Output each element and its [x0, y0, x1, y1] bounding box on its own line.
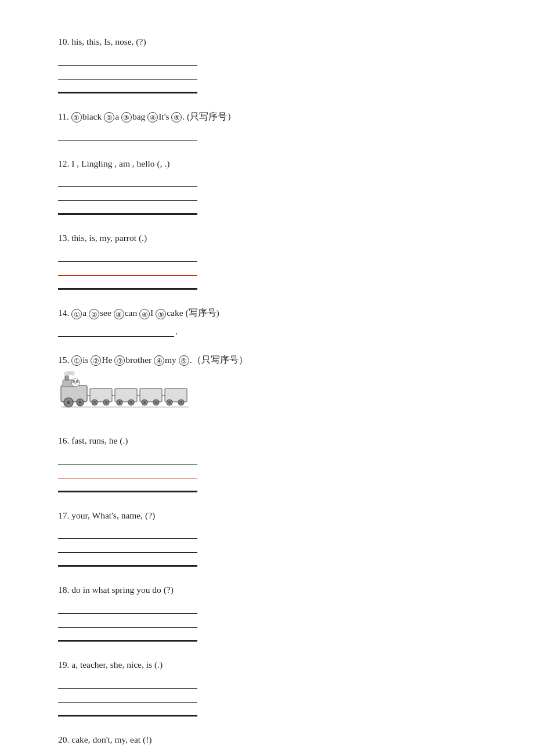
svg-point-9	[79, 401, 82, 404]
q14-circle5: ⑤	[156, 309, 166, 319]
q16-line1	[58, 452, 197, 465]
q18-line1	[58, 601, 197, 614]
q11-circle4: ④	[147, 112, 158, 123]
q12-prompt: I , Lingling , am , hello (, .)	[71, 159, 169, 168]
train-illustration	[58, 371, 203, 417]
svg-point-22	[143, 401, 146, 404]
q14-linewrap: .	[58, 324, 476, 337]
q14-period: .	[175, 326, 178, 337]
svg-point-29	[180, 401, 182, 404]
q19-lines	[58, 676, 476, 717]
q10-prompt: his, this, Is, nose, (?)	[71, 37, 146, 46]
q19-prompt: a, teacher, she, nice, is (.)	[71, 660, 163, 669]
q16-label: 16. fast, runs, he (.)	[58, 434, 476, 448]
q19-number: 19.	[58, 660, 69, 669]
q14-label: 14. ①a ②see ③can ④I ⑤cake (写序号)	[58, 306, 476, 321]
q14-circle3: ③	[114, 309, 124, 319]
q15-circle1: ①	[71, 355, 82, 366]
q17-line1	[58, 526, 197, 539]
svg-point-19	[130, 401, 132, 404]
q20-label: 20. cake, don't, my, eat (!)	[58, 733, 476, 747]
q13-line3	[58, 277, 197, 290]
svg-point-14	[105, 401, 107, 404]
svg-point-17	[118, 401, 121, 404]
q11-lines	[58, 128, 476, 141]
q15-circle3: ③	[114, 355, 125, 366]
q12-line3	[58, 202, 197, 215]
svg-point-36	[73, 380, 75, 383]
q19-line1	[58, 676, 197, 689]
q19-line2	[58, 690, 197, 703]
q18-line3	[58, 629, 197, 642]
q13-line1	[58, 249, 197, 262]
q16-line3	[58, 480, 197, 492]
q13-label: 13. this, is, my, parrot (.)	[58, 231, 476, 246]
q16-prompt: fast, runs, he (.)	[71, 435, 128, 445]
q11-line1	[58, 128, 197, 141]
q14-circle4: ④	[139, 309, 150, 319]
svg-point-37	[76, 380, 79, 383]
q12-line2	[58, 188, 197, 201]
svg-point-27	[168, 401, 171, 404]
q18-line2	[58, 615, 197, 628]
q17-line2	[58, 540, 197, 553]
q11-circle1: ①	[71, 112, 82, 123]
question-17: 17. your, What's, name, (?)	[58, 509, 476, 567]
q10-line3	[58, 81, 197, 93]
q11-number: 11.	[58, 111, 69, 121]
q13-line2	[58, 263, 197, 276]
q13-lines	[58, 249, 476, 290]
question-16: 16. fast, runs, he (.)	[58, 434, 476, 492]
q12-label: 12. I , Lingling , am , hello (, .)	[58, 157, 476, 171]
q13-number: 13.	[58, 233, 69, 243]
q15-circle2: ②	[91, 355, 101, 366]
q10-lines	[58, 53, 476, 93]
q17-prompt: your, What's, name, (?)	[71, 510, 155, 520]
train-svg	[58, 371, 203, 415]
q18-number: 18.	[58, 585, 69, 595]
q10-number: 10.	[58, 37, 69, 46]
q17-label: 17. your, What's, name, (?)	[58, 509, 476, 523]
svg-point-7	[67, 401, 70, 404]
q12-line1	[58, 174, 197, 187]
svg-point-24	[155, 401, 157, 404]
q17-lines	[58, 526, 476, 567]
question-12: 12. I , Lingling , am , hello (, .)	[58, 157, 476, 215]
q11-circle2: ②	[104, 112, 114, 123]
q16-number: 16.	[58, 435, 69, 445]
q17-number: 17.	[58, 510, 69, 520]
q19-label: 19. a, teacher, she, nice, is (.)	[58, 658, 476, 672]
svg-point-5	[71, 371, 75, 375]
svg-point-38	[75, 383, 77, 384]
question-10: 10. his, this, Is, nose, (?)	[58, 35, 476, 93]
q14-line1	[58, 324, 174, 337]
q15-circle4: ④	[154, 355, 164, 366]
question-20: 20. cake, don't, my, eat (!)	[58, 733, 476, 747]
svg-point-35	[71, 379, 80, 387]
q16-lines	[58, 452, 476, 492]
q19-line3	[58, 704, 197, 717]
q11-label: 11. ①black ②a ③bag ④It's ⑤. (只写序号）	[58, 110, 476, 124]
q11-circle3: ③	[121, 112, 132, 123]
question-15: 15. ①is ②He ③brother ④my ⑤.（只写序号）	[58, 353, 476, 417]
question-19: 19. a, teacher, she, nice, is (.)	[58, 658, 476, 717]
q14-circle1: ①	[71, 309, 82, 319]
q11-circle5: ⑤	[171, 112, 182, 123]
question-18: 18. do in what spring you do (?)	[58, 583, 476, 642]
q13-prompt: this, is, my, parrot (.)	[71, 233, 147, 243]
q10-line1	[58, 53, 197, 66]
q18-label: 18. do in what spring you do (?)	[58, 583, 476, 597]
q14-circle2: ②	[89, 309, 99, 319]
q14-lines: .	[58, 324, 476, 337]
q10-line2	[58, 67, 197, 80]
q12-lines	[58, 174, 476, 215]
question-13: 13. this, is, my, parrot (.)	[58, 231, 476, 290]
q15-number: 15.	[58, 355, 69, 365]
q14-number: 14.	[58, 308, 69, 318]
q15-label: 15. ①is ②He ③brother ④my ⑤.（只写序号）	[58, 353, 476, 368]
q18-lines	[58, 601, 476, 642]
q17-line3	[58, 554, 197, 567]
q12-number: 12.	[58, 159, 69, 168]
q20-number: 20.	[58, 735, 69, 744]
q15-circle5: ⑤	[179, 355, 189, 366]
